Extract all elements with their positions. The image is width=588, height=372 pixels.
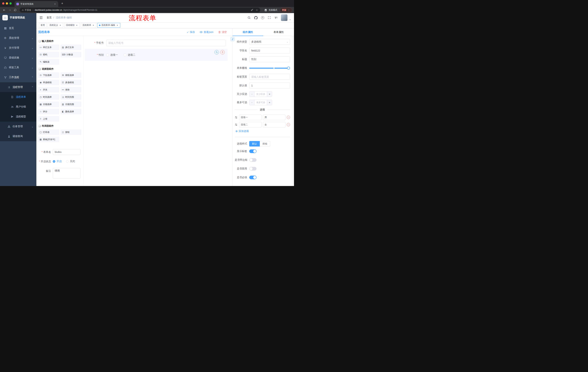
browser-tab[interactable]: 芋道管理系统 × bbox=[15, 1, 58, 7]
scrollbar[interactable] bbox=[292, 36, 294, 186]
disabled-switch[interactable] bbox=[249, 167, 257, 170]
bookmark-star-icon[interactable]: ☆ bbox=[256, 9, 258, 11]
sidebar-item-user-group[interactable]: 用户分组 bbox=[0, 102, 36, 112]
tag-close-icon[interactable]: × bbox=[116, 24, 119, 27]
phone-input[interactable] bbox=[106, 40, 226, 46]
copy-component-button[interactable] bbox=[214, 50, 219, 54]
sidebar-item-process-management[interactable]: 流程管理 ⌃ bbox=[0, 82, 36, 92]
tag-process-form[interactable]: 流程表单 × bbox=[81, 23, 96, 28]
slider-runway[interactable] bbox=[249, 68, 289, 69]
component-type-select[interactable]: ⌄ bbox=[249, 39, 290, 45]
link-icon[interactable] bbox=[231, 37, 234, 41]
drag-handle-icon[interactable] bbox=[235, 123, 238, 126]
component-item-color-picker[interactable]: ◧颜色选择 bbox=[61, 109, 82, 114]
drag-handle-icon[interactable] bbox=[235, 116, 238, 119]
component-item-table[interactable]: ▩表格[开发中] bbox=[38, 137, 59, 142]
avatar-caret-icon[interactable]: ⌄ bbox=[289, 18, 291, 21]
sidebar-item-payment[interactable]: ¥ 支付管理 ⌄ bbox=[0, 43, 36, 53]
component-item-time-range[interactable]: ◶时间范围 bbox=[61, 94, 82, 100]
sidebar-item-infrastructure[interactable]: 基础设施 ⌄ bbox=[0, 53, 36, 63]
stepper-value[interactable]: 至少应选 bbox=[254, 92, 267, 97]
maximize-window-button[interactable] bbox=[10, 2, 12, 5]
component-item-radio-group[interactable]: ◉单选框组 bbox=[38, 80, 59, 85]
status-on-radio[interactable]: 开启 bbox=[53, 160, 62, 163]
component-item-switch[interactable]: ◐开关 bbox=[38, 87, 59, 93]
component-item-textarea[interactable]: ▤多行文本 bbox=[61, 45, 82, 50]
fullscreen-icon[interactable] bbox=[267, 16, 271, 20]
sidebar-item-leave-query[interactable]: 请假查询 bbox=[0, 131, 36, 141]
option-value-input[interactable] bbox=[263, 122, 285, 128]
component-item-single-line-text[interactable]: ▭单行文本 bbox=[38, 45, 59, 50]
component-item-date-range[interactable]: ▧日期范围 bbox=[61, 102, 82, 107]
sidebar-item-process-form[interactable]: 流程表单 bbox=[0, 92, 36, 102]
grid-slider[interactable] bbox=[249, 65, 290, 71]
browser-menu-icon[interactable]: ⋮ bbox=[288, 9, 290, 11]
remove-option-button[interactable]: − bbox=[287, 116, 290, 119]
help-icon[interactable]: ? bbox=[261, 16, 264, 20]
stepper-decrease-button[interactable]: − bbox=[249, 100, 254, 105]
forward-button[interactable] bbox=[7, 8, 12, 12]
option-name-input[interactable] bbox=[239, 115, 262, 120]
style-button-button[interactable]: 按钮 bbox=[260, 141, 270, 147]
option-name-input[interactable] bbox=[239, 122, 262, 128]
tag-process-model[interactable]: 流程模型 × bbox=[64, 23, 80, 28]
clear-button[interactable]: 清空 bbox=[218, 31, 227, 34]
slider-handle[interactable] bbox=[287, 67, 290, 70]
tag-close-icon[interactable]: × bbox=[75, 24, 78, 27]
label-width-input[interactable] bbox=[249, 74, 290, 80]
tag-close-icon[interactable]: × bbox=[59, 24, 62, 27]
title-input[interactable] bbox=[249, 56, 290, 62]
component-item-time-picker[interactable]: ◷时间选择 bbox=[38, 94, 59, 100]
sidebar-fold-icon[interactable] bbox=[39, 16, 43, 20]
component-item-upload[interactable]: ⇧上传 bbox=[38, 116, 59, 122]
component-item-checkbox-group[interactable]: ☑多选框组 bbox=[61, 80, 82, 85]
address-bar[interactable]: ⚠ 不安全 | dashboard.yudao.iocoder.cn /bpm/… bbox=[20, 8, 260, 12]
tab-component-props[interactable]: 组件属性 bbox=[232, 28, 263, 36]
selected-component-gender[interactable]: 性别 选项一 选项二 bbox=[85, 49, 228, 61]
default-value-input[interactable] bbox=[249, 83, 290, 88]
browser-update-button[interactable]: 更新 ⋮ bbox=[280, 8, 292, 12]
show-label-switch[interactable] bbox=[249, 149, 257, 153]
option-value-input[interactable] bbox=[263, 115, 285, 120]
view-json-button[interactable]: 查看json bbox=[200, 31, 213, 34]
sidebar-item-workflow[interactable]: 工作流程 ⌃ bbox=[0, 73, 36, 82]
border-switch[interactable] bbox=[249, 158, 257, 162]
component-item-select[interactable]: ⊙下拉选择 bbox=[38, 73, 59, 78]
status-off-radio[interactable]: 关闭 bbox=[66, 160, 75, 163]
component-item-password[interactable]: ⊡密码 bbox=[38, 52, 59, 57]
close-window-button[interactable] bbox=[2, 2, 4, 5]
password-key-icon[interactable] bbox=[251, 9, 253, 11]
component-item-rate[interactable]: ☆评分 bbox=[38, 109, 59, 114]
new-tab-button[interactable]: + bbox=[60, 1, 65, 6]
component-item-button[interactable]: ◻按钮 bbox=[61, 129, 82, 135]
stepper-value[interactable]: 最多可选 bbox=[254, 100, 267, 105]
form-remark-textarea[interactable]: 嘿嘿 bbox=[53, 168, 80, 179]
tab-form-props[interactable]: 表单属性 bbox=[263, 28, 294, 36]
site-security[interactable]: ⚠ 不安全 bbox=[22, 9, 31, 12]
gender-option-1-checkbox[interactable]: 选项一 bbox=[106, 53, 118, 57]
component-item-editor[interactable]: ✎编辑器 bbox=[38, 59, 59, 65]
reload-button[interactable] bbox=[13, 8, 18, 12]
add-option-button[interactable]: ⊕ 添加选项 bbox=[235, 130, 290, 133]
back-button[interactable] bbox=[2, 8, 7, 12]
component-item-slider[interactable]: ⊷滑块 bbox=[61, 87, 82, 93]
form-name-input[interactable] bbox=[53, 149, 80, 155]
tag-home[interactable]: 首页 bbox=[39, 23, 47, 28]
style-default-button[interactable]: 默认 bbox=[249, 141, 260, 147]
user-avatar[interactable] bbox=[281, 14, 287, 21]
sidebar-item-home[interactable]: 首页 bbox=[0, 23, 36, 33]
stepper-decrease-button[interactable]: − bbox=[249, 92, 254, 97]
search-icon[interactable] bbox=[247, 16, 251, 20]
component-item-counter[interactable]: 123计数器 bbox=[61, 52, 82, 57]
stepper-increase-button[interactable]: + bbox=[267, 92, 272, 97]
sidebar-item-system[interactable]: ⚙ 系统管理 ⌄ bbox=[0, 33, 36, 43]
minimize-window-button[interactable] bbox=[6, 2, 8, 5]
gender-option-2-checkbox[interactable]: 选项二 bbox=[124, 53, 135, 57]
tag-close-icon[interactable]: × bbox=[92, 24, 94, 27]
sidebar-item-task-management[interactable]: 任务管理 ⌄ bbox=[0, 122, 36, 131]
stepper-increase-button[interactable]: + bbox=[267, 100, 272, 105]
tab-close-icon[interactable]: × bbox=[53, 2, 56, 5]
required-switch[interactable] bbox=[249, 176, 257, 179]
component-item-row-container[interactable]: ▢行容器 bbox=[38, 129, 59, 135]
font-size-icon[interactable]: TT bbox=[274, 16, 278, 20]
